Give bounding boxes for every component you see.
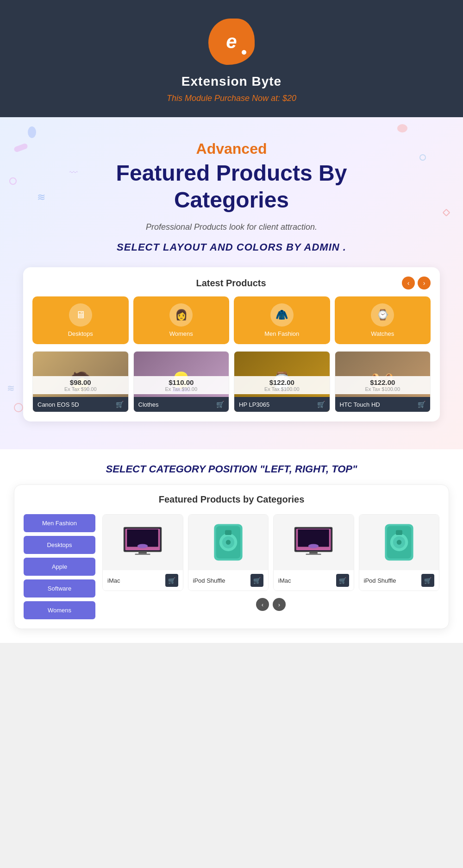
product-name-4: HTC Touch HD xyxy=(340,401,380,408)
deco-squiggle: 〰 xyxy=(69,168,78,178)
svg-rect-6 xyxy=(135,554,150,554)
product-card-4: 🧺 $122.00 Ex Tax $100.00 HTC Touch HD 🛒 xyxy=(335,351,431,412)
sidebar-cat-desktops[interactable]: Desktops xyxy=(24,536,95,554)
header-section: e Extension Byte This Module Purchase No… xyxy=(0,0,463,117)
fp-cart-btn-4[interactable]: 🛒 xyxy=(421,574,434,587)
nav-arrows: ‹ › xyxy=(402,277,431,289)
fp-cart-btn-2[interactable]: 🛒 xyxy=(250,574,263,587)
ipod-svg-1 xyxy=(212,522,244,563)
svg-point-24 xyxy=(397,540,402,545)
header-title: Extension Byte xyxy=(9,74,454,89)
fp-name-1: iMac xyxy=(107,577,120,584)
svg-rect-5 xyxy=(138,552,147,554)
product-footer-4: HTC Touch HD 🛒 xyxy=(335,397,431,412)
featured-next-arrow[interactable]: › xyxy=(273,598,286,611)
logo-icon: e xyxy=(208,19,255,65)
sidebar-cat-men-fashion[interactable]: Men Fashion xyxy=(24,514,95,532)
cat-tab-womens[interactable]: 👩 Womens xyxy=(133,296,230,344)
womens-label: Womens xyxy=(138,330,225,337)
cat-tab-men-fashion[interactable]: 🧥 Men Fashion xyxy=(234,296,330,344)
svg-point-4 xyxy=(138,544,148,548)
fp-cart-btn-1[interactable]: 🛒 xyxy=(165,574,178,587)
product-tax-2: Ex Tax $90.00 xyxy=(138,386,225,392)
fp-img-imac-2 xyxy=(274,515,354,570)
svg-point-17 xyxy=(308,544,319,548)
imac-svg-2 xyxy=(293,525,334,560)
watches-label: Watches xyxy=(339,330,426,337)
fp-footer-3: iMac 🛒 xyxy=(274,570,354,591)
svg-rect-12 xyxy=(225,530,232,535)
imac-svg-1 xyxy=(122,525,163,560)
add-to-cart-1[interactable]: 🛒 xyxy=(116,401,124,408)
cat-tab-watches[interactable]: ⌚ Watches xyxy=(335,296,431,344)
product-footer-1: Canon EOS 5D 🛒 xyxy=(33,397,128,412)
hero-select-label: SELECT LAYOUT AND COLORS BY ADMIN . xyxy=(9,241,454,253)
featured-prev-arrow[interactable]: ‹ xyxy=(256,598,269,611)
category-tabs: 🖥 Desktops 👩 Womens 🧥 Men Fashion ⌚ Watc… xyxy=(32,296,431,344)
add-to-cart-3[interactable]: 🛒 xyxy=(317,401,325,408)
latest-products-title: Latest Products xyxy=(60,278,402,289)
product-card-3: ⌚ $122.00 Ex Tax $100.00 HP LP3065 🛒 xyxy=(234,351,330,412)
sidebar-categories: Men Fashion Desktops Apple Software Wome… xyxy=(24,514,95,619)
deco-blob-1 xyxy=(28,126,36,138)
product-price-4: $122.00 xyxy=(339,378,427,386)
sidebar-cat-apple[interactable]: Apple xyxy=(24,558,95,576)
product-tax-3: Ex Tax $100.00 xyxy=(238,386,326,392)
header-subtitle: This Module Purchase Now at: $20 xyxy=(9,94,454,103)
fp-img-imac-1 xyxy=(103,515,183,570)
deco-wave-2: ≋ xyxy=(7,383,15,394)
product-name-2: Clothes xyxy=(138,401,159,408)
fp-footer-4: iPod Shuffle 🛒 xyxy=(359,570,439,591)
select-category-heading: SELECT CATEGORY POSITION "LEFT, RIGHT, T… xyxy=(0,449,463,484)
featured-product-grid: iMac 🛒 xyxy=(102,514,439,591)
deco-wave: ≋ xyxy=(37,191,45,203)
product-grid: 🧑 $98.00 Ex Tax $90.00 Canon EOS 5D 🛒 👱‍… xyxy=(32,351,431,412)
featured-nav-arrows: ‹ › xyxy=(102,598,439,611)
latest-products-card: Latest Products ‹ › 🖥 Desktops 👩 Womens … xyxy=(23,267,440,421)
next-arrow[interactable]: › xyxy=(418,277,431,289)
product-tax-4: Ex Tax $100.00 xyxy=(339,386,427,392)
fp-footer-2: iPod Shuffle 🛒 xyxy=(188,570,269,591)
featured-product-card-4: iPod Shuffle 🛒 xyxy=(359,514,440,591)
hero-description: Professional Products look for client at… xyxy=(9,222,454,232)
hero-advanced-label: Advanced xyxy=(9,140,454,157)
featured-title: Featured Products by Categories xyxy=(24,494,439,505)
deco-blob-5 xyxy=(9,177,17,185)
product-price-3: $122.00 xyxy=(238,378,326,386)
deco-blob-2 xyxy=(397,124,407,132)
fp-img-ipod-2 xyxy=(359,515,439,570)
select-category-section: SELECT CATEGORY POSITION "LEFT, RIGHT, T… xyxy=(0,449,463,643)
product-name-3: HP LP3065 xyxy=(239,401,269,408)
svg-rect-19 xyxy=(306,554,321,554)
featured-section: Featured Products by Categories Men Fash… xyxy=(0,484,463,643)
product-name-1: Canon EOS 5D xyxy=(38,401,79,408)
womens-icon: 👩 xyxy=(169,303,193,327)
desktops-label: Desktops xyxy=(37,330,124,337)
svg-rect-18 xyxy=(309,552,318,554)
fp-name-2: iPod Shuffle xyxy=(193,577,225,584)
logo-dot xyxy=(242,50,246,55)
sidebar-cat-womens[interactable]: Womens xyxy=(24,601,95,619)
watches-icon: ⌚ xyxy=(371,303,394,327)
hero-section: ≋ ≋ 〰 Advanced Featured Products By Cate… xyxy=(0,117,463,449)
deco-blob-4 xyxy=(419,154,426,161)
prev-arrow[interactable]: ‹ xyxy=(402,277,415,289)
product-price-2: $110.00 xyxy=(138,378,225,386)
fp-footer-1: iMac 🛒 xyxy=(103,570,183,591)
fp-cart-btn-3[interactable]: 🛒 xyxy=(336,574,349,587)
card-header: Latest Products ‹ › xyxy=(32,277,431,289)
desktops-icon: 🖥 xyxy=(69,303,92,327)
add-to-cart-2[interactable]: 🛒 xyxy=(216,401,224,408)
featured-layout: Men Fashion Desktops Apple Software Wome… xyxy=(24,514,439,619)
sidebar-cat-software[interactable]: Software xyxy=(24,579,95,598)
featured-product-card-1: iMac 🛒 xyxy=(102,514,183,591)
men-fashion-label: Men Fashion xyxy=(238,330,325,337)
product-footer-2: Clothes 🛒 xyxy=(134,397,229,412)
featured-product-card-3: iMac 🛒 xyxy=(273,514,354,591)
add-to-cart-4[interactable]: 🛒 xyxy=(418,401,425,408)
fp-name-4: iPod Shuffle xyxy=(364,577,396,584)
svg-rect-25 xyxy=(396,530,402,535)
product-card-2: 👱‍♀️ $110.00 Ex Tax $90.00 Clothes 🛒 xyxy=(133,351,230,412)
product-footer-3: HP LP3065 🛒 xyxy=(234,397,330,412)
cat-tab-desktops[interactable]: 🖥 Desktops xyxy=(32,296,129,344)
